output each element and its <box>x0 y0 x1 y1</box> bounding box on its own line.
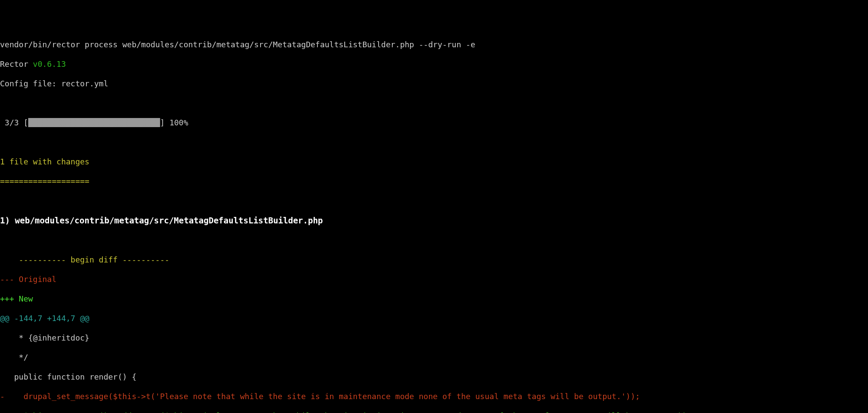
diff-context: * {@inheritdoc} <box>0 333 868 343</box>
progress-bar-fill: ▓▓▓▓▓▓▓▓▓▓▓▓▓▓▓▓▓▓▓▓▓▓▓▓▓▓▓▓ <box>28 118 160 127</box>
diff-removed-line: - drupal_set_message($this->t('Please no… <box>0 392 868 402</box>
command-line: vendor/bin/rector process web/modules/co… <box>0 40 868 50</box>
diff-new: +++ New <box>0 294 868 304</box>
diff-context: public function render() { <box>0 372 868 382</box>
blank-line <box>0 138 868 148</box>
changes-divider: =================== <box>0 177 868 187</box>
changes-header: 1 file with changes <box>0 157 868 167</box>
blank-line <box>0 196 868 206</box>
blank-line <box>0 236 868 246</box>
diff-begin: ---------- begin diff ---------- <box>0 255 868 265</box>
config-file-line: Config file: rector.yml <box>0 79 868 89</box>
diff-added-line: + $this->messenger()->addStatus($this->t… <box>0 411 868 413</box>
file-entry: 1) web/modules/contrib/metatag/src/Metat… <box>0 216 868 226</box>
diff-hunk: @@ -144,7 +144,7 @@ <box>0 314 868 324</box>
version-number: v0.6.13 <box>33 59 66 69</box>
diff-context: */ <box>0 353 868 363</box>
progress-line: 3/3 [▓▓▓▓▓▓▓▓▓▓▓▓▓▓▓▓▓▓▓▓▓▓▓▓▓▓▓▓] 100% <box>0 118 868 128</box>
rector-version-line: Rector v0.6.13 <box>0 59 868 69</box>
diff-original: --- Original <box>0 275 868 285</box>
blank-line <box>0 98 868 108</box>
